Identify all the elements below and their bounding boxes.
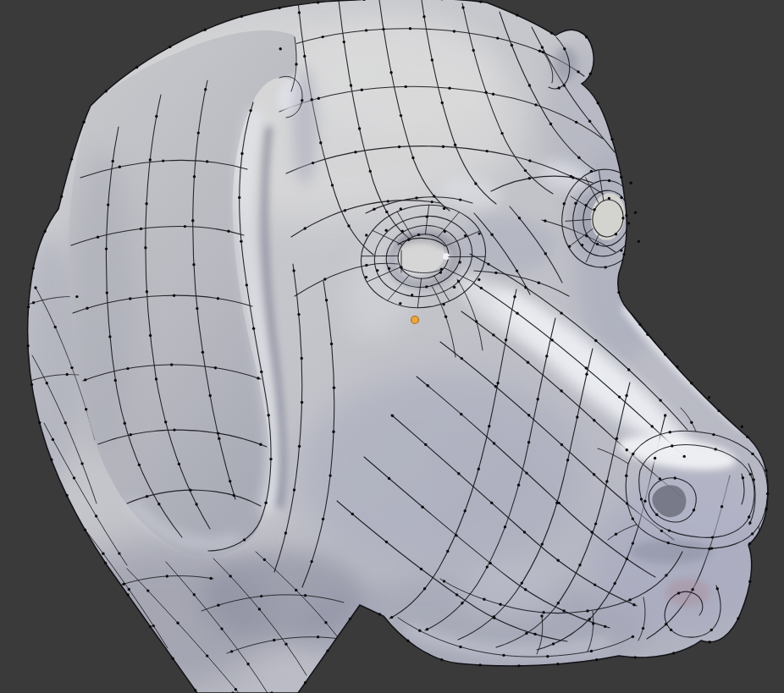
viewport-3d[interactable] [0, 0, 784, 693]
viewport-canvas[interactable] [0, 0, 784, 693]
object-origin-marker[interactable] [411, 316, 419, 324]
eye-corner-highlight [443, 253, 450, 260]
